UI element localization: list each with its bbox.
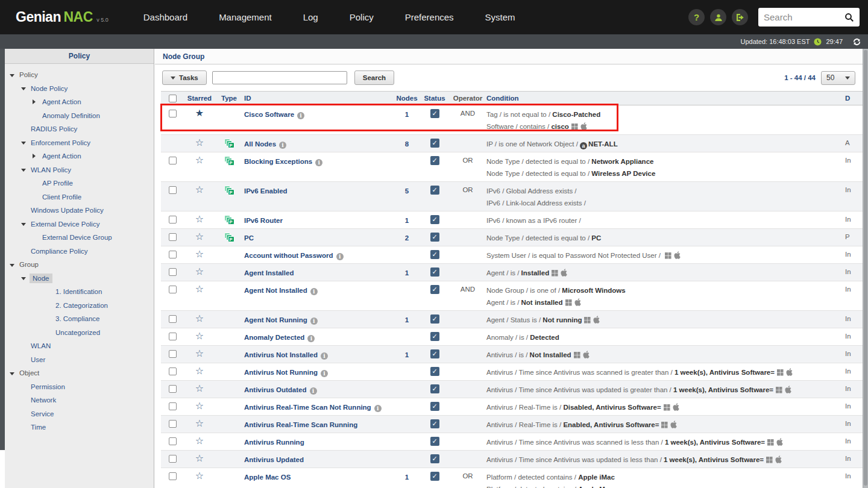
sidebar-item-radius-policy[interactable]: RADIUS Policy [5,122,154,136]
status-enabled-checkbox[interactable]: ✓ [430,156,439,165]
sidebar-item-external-device-group[interactable]: External Device Group [5,231,154,245]
row-checkbox[interactable] [169,315,177,323]
star-outline-icon[interactable]: ☆ [195,331,204,341]
status-enabled-checkbox[interactable]: ✓ [430,314,439,324]
status-enabled-checkbox[interactable]: ✓ [430,402,439,411]
row-checkbox[interactable] [169,286,177,293]
sidebar-item-agent-action[interactable]: Agent Action [5,95,154,109]
node-group-link[interactable]: Antivirus Real-Time Scan Running [244,421,357,428]
sidebar-item-service[interactable]: Service [5,407,154,421]
info-icon[interactable]: i [307,335,315,342]
row-checkbox[interactable] [169,368,177,375]
row-checkbox[interactable] [169,350,177,358]
node-group-link[interactable]: Anomaly Detected [244,334,304,341]
node-count-link[interactable]: 1 [405,110,409,118]
row-checkbox[interactable] [169,472,177,480]
sidebar-item-2-categorization[interactable]: 2. Categorization [5,299,154,313]
status-enabled-checkbox[interactable]: ✓ [430,215,439,224]
sidebar-item-external-device-policy[interactable]: External Device Policy [5,217,154,231]
search-input[interactable] [764,12,836,22]
sidebar-item-compliance-policy[interactable]: Compliance Policy [5,245,154,258]
nav-dashboard[interactable]: Dashboard [143,12,187,22]
help-icon[interactable]: ? [688,9,705,25]
sidebar-item-node-policy[interactable]: Node Policy [5,82,154,96]
row-checkbox[interactable] [169,402,177,410]
info-icon[interactable]: i [310,288,318,295]
sidebar-item-uncategorized[interactable]: Uncategorized [5,326,154,340]
star-outline-icon[interactable]: ☆ [195,314,204,324]
star-outline-icon[interactable]: ☆ [195,155,204,165]
tree-collapse-icon[interactable] [10,73,17,77]
sidebar-item-time[interactable]: Time [5,421,154,434]
sidebar-item-wlan[interactable]: WLAN [5,339,154,353]
node-count-link[interactable]: 1 [405,216,409,224]
logout-icon[interactable] [732,9,748,25]
node-count-link[interactable]: 1 [405,268,409,277]
nav-policy[interactable]: Policy [350,12,374,22]
sidebar-item-agent-action[interactable]: Agent Action [5,149,154,163]
node-count-link[interactable]: 8 [405,139,409,148]
sidebar-item-object[interactable]: Object [5,366,154,380]
row-checkbox[interactable] [169,385,177,393]
info-icon[interactable]: i [310,318,318,325]
node-group-link[interactable]: Antivirus Updated [244,456,304,463]
sidebar-item-wlan-policy[interactable]: WLAN Policy [5,163,154,177]
node-group-link[interactable]: Agent Not Running [244,316,307,324]
node-group-link[interactable]: Antivirus Outdated [244,386,307,393]
star-outline-icon[interactable]: ☆ [195,138,204,148]
sidebar-item-node[interactable]: Node [5,272,154,286]
row-checkbox[interactable] [169,420,177,428]
sidebar-item-anomaly-definition[interactable]: Anomaly Definition [5,109,154,123]
select-all-checkbox[interactable] [169,95,177,102]
status-enabled-checkbox[interactable]: ✓ [430,332,439,341]
sidebar-item-user[interactable]: User [5,353,154,367]
sidebar-item-windows-update-policy[interactable]: Windows Update Policy [5,204,154,217]
sidebar-item-3-compliance[interactable]: 3. Compliance [5,312,154,326]
info-icon[interactable]: i [310,387,317,395]
star-outline-icon[interactable]: ☆ [195,471,204,481]
status-enabled-checkbox[interactable]: ✓ [430,419,439,428]
info-icon[interactable]: i [297,112,304,119]
star-outline-icon[interactable]: ☆ [195,232,204,242]
nav-log[interactable]: Log [303,12,318,22]
row-checkbox[interactable] [169,233,177,241]
star-outline-icon[interactable]: ☆ [195,349,204,358]
node-group-link[interactable]: Antivirus Not Installed [244,351,318,358]
node-group-link[interactable]: Antivirus Real-Time Scan Not Running [244,404,371,411]
scrollbar-thumb[interactable] [864,50,867,486]
sidebar-item-permission[interactable]: Permission [5,380,154,394]
star-outline-icon[interactable]: ☆ [195,249,204,259]
row-checkbox[interactable] [169,333,177,340]
tree-collapse-icon[interactable] [21,86,29,90]
tree-expand-icon[interactable] [33,154,40,158]
search-icon[interactable] [844,13,854,22]
global-search-box[interactable] [758,8,860,27]
filter-input[interactable] [212,71,347,84]
star-outline-icon[interactable]: ☆ [195,436,204,446]
info-icon[interactable]: i [374,405,382,412]
row-checkbox[interactable] [169,455,177,463]
status-enabled-checkbox[interactable]: ✓ [430,367,439,376]
node-group-link[interactable]: Cisco Software [244,111,294,118]
status-enabled-checkbox[interactable]: ✓ [430,349,439,358]
tree-collapse-icon[interactable] [21,167,29,172]
node-group-link[interactable]: IPv6 Router [244,217,283,224]
tasks-button[interactable]: Tasks [162,70,207,85]
status-enabled-checkbox[interactable]: ✓ [430,384,439,393]
star-filled-icon[interactable]: ★ [195,108,204,118]
search-button[interactable]: Search [354,70,394,85]
node-count-link[interactable]: 5 [405,186,409,195]
node-group-link[interactable]: Blocking Exceptions [244,158,312,165]
info-icon[interactable]: i [336,253,344,260]
star-outline-icon[interactable]: ☆ [195,284,204,294]
node-group-link[interactable]: Agent Installed [244,269,294,277]
row-checkbox[interactable] [169,268,177,276]
sidebar-item-1-identification[interactable]: 1. Identification [5,285,154,299]
node-group-link[interactable]: Antivirus Running [244,439,304,446]
star-outline-icon[interactable]: ☆ [195,401,204,411]
star-outline-icon[interactable]: ☆ [195,267,204,277]
info-icon[interactable]: i [315,159,322,166]
row-checkbox[interactable] [169,251,177,258]
star-outline-icon[interactable]: ☆ [195,214,204,224]
status-enabled-checkbox[interactable]: ✓ [430,454,439,463]
